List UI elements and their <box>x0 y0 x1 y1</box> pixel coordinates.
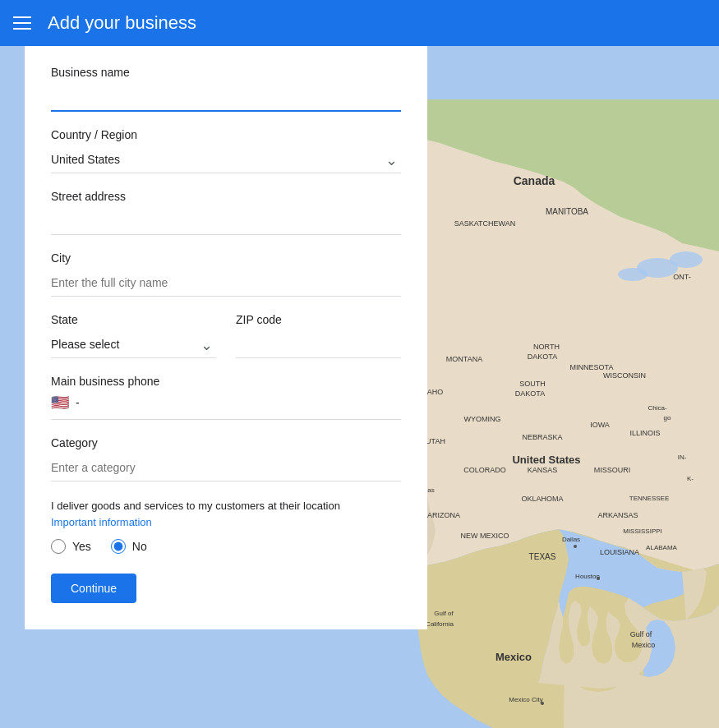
zip-input[interactable] <box>236 331 401 358</box>
svg-point-3 <box>670 251 703 268</box>
phone-prefix: - <box>76 396 80 409</box>
phone-group: Main business phone 🇺🇸 - <box>51 375 401 420</box>
city-input[interactable] <box>51 270 401 297</box>
phone-row: 🇺🇸 - <box>51 393 401 420</box>
state-field: State Please select Alabama Alaska Arizo… <box>51 313 216 358</box>
page-title: Add your business <box>48 12 196 34</box>
category-input[interactable] <box>51 454 401 481</box>
category-label: Category <box>51 436 401 449</box>
no-radio[interactable] <box>111 539 126 554</box>
city-group: City <box>51 251 401 297</box>
no-radio-label[interactable]: No <box>111 539 147 554</box>
street-address-group: Street address <box>51 190 401 235</box>
form-panel: Business name Country / Region United St… <box>25 46 427 629</box>
street-address-label: Street address <box>51 190 401 203</box>
state-label: State <box>51 313 216 326</box>
state-zip-group: State Please select Alabama Alaska Arizo… <box>51 313 401 358</box>
business-name-input[interactable] <box>51 84 401 112</box>
deliver-text: I deliver goods and services to my custo… <box>51 500 340 512</box>
country-label: Country / Region <box>51 128 401 141</box>
yes-radio-label[interactable]: Yes <box>51 539 91 554</box>
phone-input[interactable] <box>86 393 401 412</box>
deliver-section: I deliver goods and services to my custo… <box>51 498 401 554</box>
category-group: Category <box>51 436 401 481</box>
city-label: City <box>51 251 401 265</box>
state-select-wrapper: Please select Alabama Alaska Arizona Cal… <box>51 331 216 358</box>
no-label: No <box>132 540 147 553</box>
street-address-input[interactable] <box>51 208 401 235</box>
yes-radio[interactable] <box>51 539 66 554</box>
country-select-wrapper: United States ⌄ <box>51 146 401 173</box>
phone-label: Main business phone <box>51 375 401 388</box>
menu-icon[interactable] <box>13 16 31 30</box>
important-information-link[interactable]: Important information <box>51 516 152 528</box>
header: Add your business <box>0 0 719 46</box>
business-name-label: Business name <box>51 66 401 79</box>
continue-button[interactable]: Continue <box>51 574 136 603</box>
radio-group: Yes No <box>51 539 401 554</box>
zip-field: ZIP code <box>236 313 401 358</box>
yes-label: Yes <box>72 540 91 553</box>
state-select[interactable]: Please select Alabama Alaska Arizona Cal… <box>51 331 216 358</box>
business-name-group: Business name <box>51 66 401 112</box>
flag-icon: 🇺🇸 <box>51 394 69 412</box>
zip-label: ZIP code <box>236 313 401 326</box>
svg-point-4 <box>618 268 648 281</box>
country-select[interactable]: United States <box>51 146 401 173</box>
country-group: Country / Region United States ⌄ <box>51 128 401 173</box>
